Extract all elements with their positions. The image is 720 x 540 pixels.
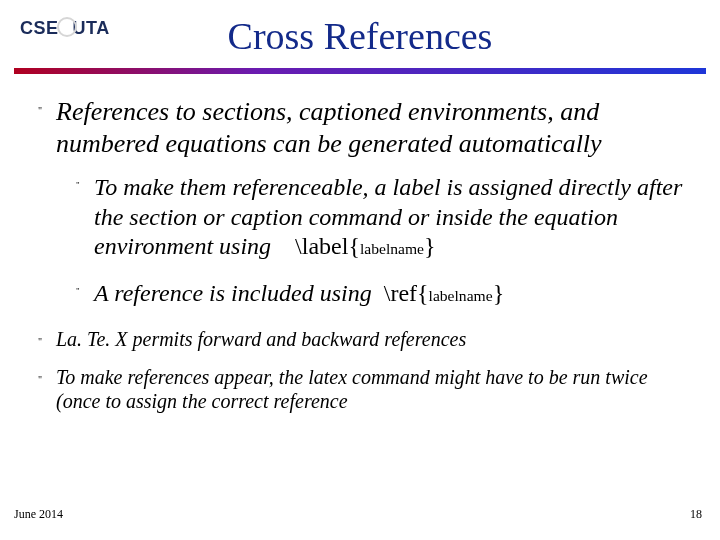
code-ref: \ref{labelname} — [384, 280, 504, 306]
content-area: " References to sections, captioned envi… — [38, 96, 690, 414]
footer-date: June 2014 — [14, 507, 63, 522]
subbullet-1-text: To make them referenceable, a label is a… — [94, 173, 690, 261]
code-label: \label{labelname} — [295, 233, 435, 259]
bullet-marker: " — [76, 173, 94, 190]
bullet-marker: " — [38, 96, 56, 116]
subbullet-2: " A reference is included using \ref{lab… — [76, 279, 690, 308]
bullet-marker: " — [38, 327, 56, 347]
subbullet-1: " To make them referenceable, a label is… — [76, 173, 690, 261]
subbullet-2-text: A reference is included using \ref{label… — [94, 279, 504, 308]
bullet-3: " To make references appear, the latex c… — [38, 365, 690, 414]
bullet-3-text: To make references appear, the latex com… — [56, 365, 690, 414]
bullet-2-text: La. Te. X permits forward and backward r… — [56, 327, 466, 351]
bullet-marker: " — [76, 279, 94, 296]
footer-page: 18 — [690, 507, 702, 522]
slide-title: Cross References — [0, 14, 720, 58]
bullet-2: " La. Te. X permits forward and backward… — [38, 327, 690, 351]
bullet-1: " References to sections, captioned envi… — [38, 96, 690, 159]
divider-gradient — [14, 68, 706, 74]
slide: CSEUTA Cross References " References to … — [0, 0, 720, 540]
bullet-1-text: References to sections, captioned enviro… — [56, 96, 690, 159]
bullet-marker: " — [38, 365, 56, 385]
subbullet-2-prefix: A reference is included using — [94, 280, 372, 306]
